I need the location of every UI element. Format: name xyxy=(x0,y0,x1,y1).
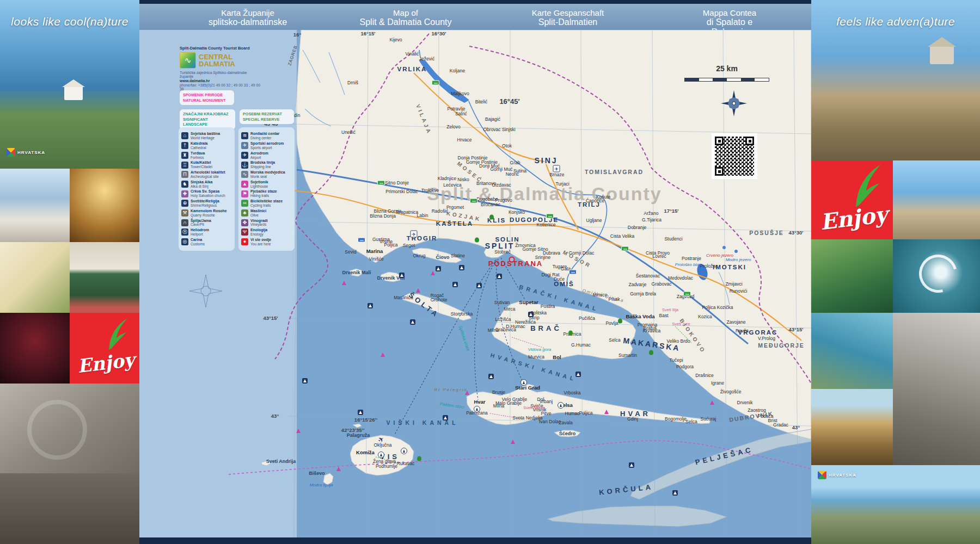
enology-icon: Ψ xyxy=(241,228,248,236)
cathedral-icon: † xyxy=(181,142,188,149)
legend-item-archeological-site: ΠArheološki lokalitetArcheological site xyxy=(181,170,232,179)
legend-item-lighthouse: ▲SvjetionikLighthouse xyxy=(241,180,292,189)
sports-airport-icon: ✈ xyxy=(241,142,248,149)
spiral-wake xyxy=(912,248,964,300)
cycling-trails-icon: ∞ xyxy=(241,200,248,207)
customs-icon: ◎ xyxy=(181,238,188,245)
quarry-rosohe-icon: ⚒ xyxy=(181,209,188,217)
chapel-roof xyxy=(62,79,85,87)
legend-item-heliport: ⒽHeliodromHeliport xyxy=(181,228,232,237)
brand-label: HRVATSKA xyxy=(829,473,856,478)
title-german: Karte GespanschaftSplit-Dalmatien xyxy=(532,8,604,27)
feather-icon xyxy=(106,317,131,351)
photo-chapel-coast: looks like cool(na)ture HRVATSKA xyxy=(0,0,139,169)
legend-item-you-are-here: ●Vi ste ovdjeYou are here xyxy=(241,238,292,246)
scale-label: 25 km xyxy=(684,64,769,73)
title-croatian: Karta Županijesplitsko-dalmatinske xyxy=(209,8,287,27)
scale-bar xyxy=(684,78,769,82)
shrine-religious-icon: ⊕ xyxy=(181,200,188,207)
legend-item-hiking-trails: ⚑Pješačke stazeHiking trails xyxy=(241,189,292,198)
tourist-board-label: Split-Dalmatia County Tourist Board xyxy=(180,46,261,51)
qr-code xyxy=(712,133,757,179)
tower-citadel-icon: ♖ xyxy=(181,162,188,169)
stone-chapel-graphic xyxy=(930,46,954,64)
photo-coastal-bay xyxy=(811,313,893,389)
stone-chapel-roof xyxy=(928,37,956,47)
photo-food xyxy=(0,242,70,313)
you-are-here-icon: ● xyxy=(241,238,248,245)
legend-item-monk-seal: ∿Morska medvjedicaMonk seal xyxy=(241,170,292,179)
map-footer xyxy=(139,537,811,544)
legend-item-sinjska-alka: ♞Sinjska AlkaAlka di Sinj xyxy=(181,180,232,189)
photo-folk-costume xyxy=(0,313,70,384)
photo-kayaks xyxy=(811,239,893,313)
map-header: Karta Županijesplitsko-dalmatinske Map o… xyxy=(139,0,811,30)
fortress-icon: ♜ xyxy=(181,152,188,159)
holy-salvation-church-icon: ✚ xyxy=(181,190,188,197)
photo-stone-relief xyxy=(0,384,139,473)
central-dalmatia-logo-icon: ∿ xyxy=(180,52,196,69)
legend-box-special-reserve: POSEBNI REZERVATSPECIAL RESERVE xyxy=(240,109,294,124)
phone-label: phone/fax: +385(0)21 49 00 32 ; 49 00 33… xyxy=(180,83,261,91)
archeological-site-icon: Π xyxy=(181,171,188,178)
photo-climber xyxy=(893,313,980,465)
heliport-icon: Ⓗ xyxy=(181,228,188,236)
photo-church-tower xyxy=(0,169,70,242)
legend-item-olive: ♣MasliniciOlive xyxy=(241,209,292,218)
photo-church-interior xyxy=(70,169,139,242)
hrvatska-pinwheel-icon xyxy=(7,148,15,157)
legend-item-cycling-trails: ∞Biciklističke stazeCycling trails xyxy=(241,199,292,208)
photo-hiker-hill: feels like adven(a)ture xyxy=(811,0,980,160)
diving-center-icon: ≋ xyxy=(241,132,248,139)
enjoy-tile-right: Enjoy xyxy=(811,160,893,239)
central-dalmatia-wordmark: CENTRALDALMATIA xyxy=(199,53,235,67)
legend-box-natural-monument: SPOMENIK PRIRODENATURAL MONUMENT xyxy=(180,90,234,105)
legend-item-cathedral: †KatedralaCathedral xyxy=(181,141,232,150)
legend-item-vineyards: ✤VinogradiVineyards xyxy=(241,219,292,227)
legend-item-shipping-line: ⚓Brodska linijaShipping line xyxy=(241,160,292,169)
tourist-org-label: Turistička zajednica Splitsko-dalmatinsk… xyxy=(180,71,261,78)
legend-item-holy-salvation-church: ✚Crkva Sv. SpasaHoly Salvation church xyxy=(181,189,232,198)
monk-seal-icon: ∿ xyxy=(241,171,248,178)
lighthouse-icon: ▲ xyxy=(241,181,248,188)
map-canvas xyxy=(139,30,811,537)
photo-hikers-group: HRVATSKA xyxy=(811,465,980,544)
cave-pit-icon: ∩ xyxy=(181,219,188,226)
brand-label: HRVATSKA xyxy=(17,150,45,155)
publisher-block: Split-Dalmatia County Tourist Board ∿ CE… xyxy=(180,46,261,91)
enjoy-tile-left: Enjoy xyxy=(70,313,139,384)
right-slogan: feels like adven(a)ture xyxy=(811,15,980,28)
legend-item-fortress: ♜TvrđavaFortress xyxy=(181,151,232,160)
legend-item-tower-citadel: ♖Kula/KaštelTower/Citadel xyxy=(181,160,232,169)
legend-panel-right: ≋Ronilački centarDiving center✈Sportski … xyxy=(238,127,295,251)
legend-item-world-heritage: ⌂Svjetska baštinaWorld Heritage xyxy=(181,132,232,140)
hrvatska-pinwheel-icon xyxy=(818,471,826,479)
website-label: www.dalmatia.hr xyxy=(180,79,261,83)
legend-item-cave-pit: ∩Špilja/JamaCave/Pit xyxy=(181,219,232,227)
enjoy-script-left: Enjoy xyxy=(76,349,136,378)
chapel-graphic xyxy=(64,86,83,100)
photo-dunes xyxy=(811,389,893,465)
enjoy-script-right: Enjoy xyxy=(819,201,889,235)
photo-stone-steps xyxy=(0,473,139,544)
hiking-trails-icon: ⚑ xyxy=(241,190,248,197)
sinjska-alka-icon: ♞ xyxy=(181,181,188,188)
header-bar: Karta Županijesplitsko-dalmatinske Map o… xyxy=(139,4,811,30)
legend-item-sports-airport: ✈Sportski aerodromSports airport xyxy=(241,141,292,150)
legend-item-diving-center: ≋Ronilački centarDiving center xyxy=(241,132,292,140)
legend-item-customs: ◎CarinaCustoms xyxy=(181,238,232,246)
olive-icon: ♣ xyxy=(241,209,248,217)
brand-right: HRVATSKA xyxy=(818,471,856,479)
legend-panel-left: ⌂Svjetska baštinaWorld Heritage†Katedral… xyxy=(179,127,235,251)
photo-window-shutters xyxy=(70,242,139,313)
airport-icon: ✈ xyxy=(241,152,248,159)
photo-sea-spiral xyxy=(893,239,980,313)
stone-carving-circle xyxy=(27,400,87,460)
map-margin xyxy=(139,30,297,537)
title-english: Map ofSplit & Dalmatia County xyxy=(360,8,452,27)
legend-item-quarry-rosohe: ⚒Kamenolom RosoheQuarry Rosohe xyxy=(181,209,232,218)
left-slogan: looks like cool(na)ture xyxy=(0,15,139,28)
world-heritage-icon: ⌂ xyxy=(181,132,188,139)
brand-left: HRVATSKA xyxy=(7,148,45,157)
legend-item-enology: ΨEnologijaEnology xyxy=(241,228,292,237)
